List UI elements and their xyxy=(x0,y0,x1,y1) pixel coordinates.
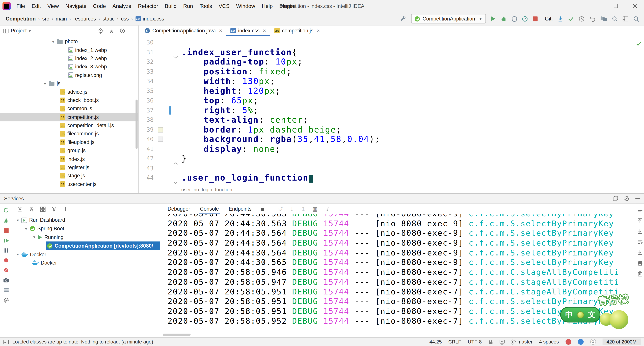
service-tree-item[interactable]: Docker xyxy=(12,259,160,267)
services-title[interactable]: Services xyxy=(4,196,24,201)
debug-rerun-button[interactable] xyxy=(3,218,9,223)
menu-item-file[interactable]: File xyxy=(13,0,28,12)
menu-item-refactor[interactable]: Refactor xyxy=(135,0,162,12)
editor-tab[interactable]: JScompetition.js× xyxy=(270,26,324,36)
stop-button[interactable] xyxy=(4,228,8,233)
editor-tab[interactable]: CCompetitionApplication.java× xyxy=(140,26,226,36)
menu-item-tools[interactable]: Tools xyxy=(196,0,215,12)
service-tree-item[interactable]: ▾Spring Boot xyxy=(12,225,160,233)
menu-item-edit[interactable]: Edit xyxy=(28,0,44,12)
close-button[interactable] xyxy=(625,0,644,12)
pause-button[interactable] xyxy=(4,248,8,253)
clear-console-button[interactable] xyxy=(638,271,642,276)
menu-item-help[interactable]: Help xyxy=(258,0,276,12)
thread-dump-button[interactable] xyxy=(3,278,9,282)
history-button[interactable] xyxy=(579,16,584,22)
menu-item-vcs[interactable]: VCS xyxy=(215,0,233,12)
filter-button[interactable] xyxy=(52,207,57,211)
menu-item-analyze[interactable]: Analyze xyxy=(109,0,135,12)
menu-item-view[interactable]: View xyxy=(44,0,62,12)
console-tab-endpoints[interactable]: Endpoints xyxy=(228,204,252,214)
minimize-button[interactable] xyxy=(587,0,606,12)
chevron-down-icon[interactable]: ▾ xyxy=(16,252,20,257)
breadcrumb-item[interactable]: css xyxy=(120,16,130,22)
project-tree-item[interactable]: index_3.webp xyxy=(0,63,138,71)
collapse-all-button[interactable] xyxy=(29,206,34,212)
project-tree-item[interactable]: JSadvice.js xyxy=(0,88,138,96)
console-hscrollbar[interactable] xyxy=(163,333,191,336)
plugin-badge-blue[interactable] xyxy=(578,339,584,345)
project-tree-item[interactable]: JSusercenter.js xyxy=(0,180,138,189)
breadcrumb-item[interactable]: resources xyxy=(72,16,97,22)
project-tree-item[interactable]: JSindex.js xyxy=(0,155,138,163)
project-tree-item[interactable]: JSfilecommon.js xyxy=(0,130,138,138)
menu-item-code[interactable]: Code xyxy=(90,0,109,12)
console-tab-debugger[interactable]: Debugger xyxy=(167,204,191,214)
project-tree-item[interactable]: index_1.webp xyxy=(0,46,138,54)
hide-panel-button[interactable] xyxy=(131,29,135,33)
fold-marker-icon[interactable] xyxy=(173,177,178,186)
git-branch-widget[interactable]: master xyxy=(511,339,533,345)
scroll-to-top-button[interactable] xyxy=(638,218,642,223)
console-tab-console[interactable]: Console xyxy=(199,204,220,214)
project-tree-item[interactable]: ▾photo xyxy=(0,38,138,46)
menu-item-build[interactable]: Build xyxy=(162,0,180,12)
project-tree-item[interactable]: register.png xyxy=(0,71,138,79)
project-tree-item[interactable]: JScompetition_detail.js xyxy=(0,121,138,130)
toolwindow-toggle-icon[interactable] xyxy=(3,339,9,344)
group-by-button[interactable] xyxy=(40,206,46,212)
hide-panel-button[interactable] xyxy=(636,196,640,201)
git-update-button[interactable] xyxy=(558,16,563,22)
memory-indicator[interactable]: 420 of 2000M xyxy=(602,338,641,345)
view-breakpoints-button[interactable] xyxy=(4,258,8,263)
menu-item-run[interactable]: Run xyxy=(180,0,196,12)
project-tree-item[interactable]: JScompetition.js xyxy=(0,113,138,121)
console-scroll-up-icon[interactable]: ↥ xyxy=(301,206,306,212)
project-scrollbar[interactable] xyxy=(136,100,138,149)
breadcrumb-item[interactable]: index.css xyxy=(142,16,165,22)
collapse-all-button[interactable] xyxy=(109,28,114,34)
project-tree-item[interactable]: JScheck_boot.js xyxy=(0,96,138,104)
editor-tab[interactable]: cssindex.css× xyxy=(226,26,270,36)
project-panel-title[interactable]: Project xyxy=(11,28,27,34)
close-tab-icon[interactable]: × xyxy=(317,28,320,34)
float-window-icon[interactable] xyxy=(613,196,618,201)
project-tree-item[interactable]: index_2.webp xyxy=(0,54,138,63)
caret-position[interactable]: 44:25 xyxy=(429,339,442,345)
wrench-icon[interactable] xyxy=(400,16,406,22)
console-tab-list-icon[interactable]: ≡ xyxy=(260,206,264,212)
menu-item-window[interactable]: Window xyxy=(233,0,258,12)
project-tree-item[interactable]: JSstage.js xyxy=(0,172,138,180)
run-with-coverage-button[interactable] xyxy=(512,16,517,22)
service-tree-item[interactable]: CompetitionApplication [devtools] :8080/ xyxy=(12,242,160,250)
project-tree-item[interactable]: JSregister.js xyxy=(0,163,138,172)
inspections-profile-icon[interactable] xyxy=(500,339,505,344)
editor-breadcrumb[interactable]: .user_no_login_function xyxy=(139,186,644,193)
locate-file-button[interactable] xyxy=(98,28,104,34)
project-tree-item[interactable]: ▾js xyxy=(0,79,138,88)
settings-gear-icon[interactable] xyxy=(120,28,125,34)
breadcrumb-item[interactable]: src xyxy=(42,16,50,22)
chevron-down-icon[interactable]: ▾ xyxy=(32,235,36,240)
chevron-down-icon[interactable]: ▾ xyxy=(43,81,47,86)
mute-breakpoints-button[interactable] xyxy=(4,268,8,273)
rerun-button[interactable] xyxy=(3,207,9,213)
plugin-badge-red[interactable] xyxy=(565,339,571,345)
settings-gear-icon[interactable] xyxy=(624,196,630,201)
status-message[interactable]: Loaded classes are up to date. Nothing t… xyxy=(12,339,153,345)
search-everywhere-button[interactable] xyxy=(633,16,639,22)
close-tab-icon[interactable]: × xyxy=(219,28,222,34)
menu-item-navigate[interactable]: Navigate xyxy=(62,0,90,12)
chevron-down-icon[interactable]: ▾ xyxy=(24,227,28,231)
run-button[interactable] xyxy=(490,16,496,22)
find-in-path-button[interactable] xyxy=(612,16,618,22)
console-options-icon[interactable] xyxy=(637,208,643,213)
chevron-down-icon[interactable]: ▾ xyxy=(16,218,20,223)
layout-button[interactable] xyxy=(623,16,628,22)
indent-widget[interactable]: 4 spaces xyxy=(539,339,559,345)
menu-item-plugin[interactable]: Plugin xyxy=(276,0,298,12)
close-tab-icon[interactable]: × xyxy=(263,28,266,34)
expand-all-button[interactable] xyxy=(17,206,23,212)
breadcrumb-item[interactable]: Competition xyxy=(5,16,36,22)
add-service-button[interactable] xyxy=(63,207,68,211)
